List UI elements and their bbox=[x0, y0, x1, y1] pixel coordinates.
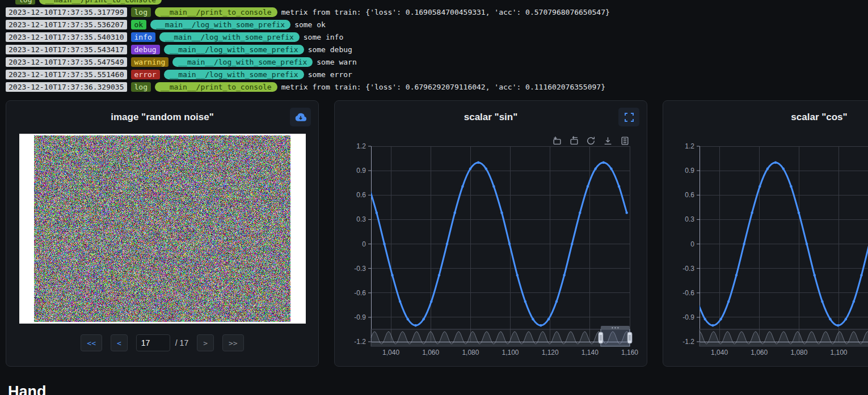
fullscreen-icon bbox=[624, 112, 634, 122]
data-view-icon[interactable] bbox=[620, 136, 630, 146]
log-level-badge: log bbox=[131, 7, 151, 17]
data-zoom-icon[interactable] bbox=[552, 136, 562, 146]
fullscreen-button[interactable] bbox=[618, 108, 639, 126]
cos-card-header: scalar "cos" bbox=[663, 101, 868, 134]
svg-text:-0.6: -0.6 bbox=[682, 289, 694, 297]
log-row-clipped: log __main__/print_to_console bbox=[6, 0, 868, 5]
log-timestamp: 2023-12-10T17:37:35.551460 bbox=[6, 70, 127, 79]
log-console: log __main__/print_to_console 2023-12-10… bbox=[0, 0, 868, 92]
svg-text:1,100: 1,100 bbox=[502, 349, 519, 356]
log-level-badge: warning bbox=[131, 57, 169, 67]
svg-text:0: 0 bbox=[362, 240, 366, 248]
svg-text:1,100: 1,100 bbox=[830, 349, 847, 356]
log-module-pill: __main__/print_to_console bbox=[39, 0, 162, 5]
log-module-pill: __main__/print_to_console bbox=[155, 7, 277, 17]
svg-text:0.3: 0.3 bbox=[685, 215, 694, 223]
svg-text:1,040: 1,040 bbox=[711, 349, 728, 356]
cos-chart-canvas[interactable]: 1.20.90.60.30-0.3-0.6-0.9-1.21,0401,0601… bbox=[669, 137, 868, 359]
cloud-download-icon bbox=[294, 112, 307, 122]
log-message: some warn bbox=[317, 58, 356, 66]
image-card-title: image "random noise" bbox=[111, 112, 213, 123]
log-row: 2023-12-10T17:37:35.551460 error __main_… bbox=[6, 70, 868, 79]
log-row: 2023-12-10T17:37:35.543417 debug __main_… bbox=[6, 45, 868, 54]
svg-text:1,080: 1,080 bbox=[462, 349, 479, 356]
svg-text:1,140: 1,140 bbox=[582, 349, 599, 356]
svg-text:1.2: 1.2 bbox=[356, 142, 366, 150]
log-row: 2023-12-10T17:37:35.547549 warning __mai… bbox=[6, 57, 868, 67]
svg-text:1,120: 1,120 bbox=[542, 349, 559, 356]
svg-text:-0.6: -0.6 bbox=[354, 289, 366, 297]
log-message: some ok bbox=[294, 20, 326, 29]
next-page-button[interactable]: > bbox=[197, 334, 214, 351]
svg-text:-1.2: -1.2 bbox=[354, 338, 366, 346]
log-timestamp: 2023-12-10T17:37:36.329035 bbox=[6, 82, 127, 92]
log-module-pill: __main__/log_with_some_prefix bbox=[150, 20, 290, 29]
svg-text:1,040: 1,040 bbox=[382, 349, 399, 356]
log-timestamp: 2023-12-10T17:37:35.543417 bbox=[6, 45, 127, 54]
section-heading: Hand bbox=[8, 383, 47, 395]
page-total-label: / 17 bbox=[175, 338, 188, 347]
svg-text:0: 0 bbox=[690, 240, 694, 248]
restore-icon[interactable] bbox=[586, 136, 596, 146]
image-card-header: image "random noise" bbox=[6, 101, 318, 134]
log-row: 2023-12-10T17:37:35.540310 info __main__… bbox=[6, 32, 868, 42]
svg-text:0.3: 0.3 bbox=[356, 215, 366, 223]
log-level-badge: info bbox=[131, 32, 155, 42]
prev-page-button[interactable]: < bbox=[111, 334, 128, 351]
svg-text:1,080: 1,080 bbox=[790, 349, 807, 356]
svg-text:1,160: 1,160 bbox=[621, 349, 638, 356]
image-pager: << < / 17 > >> bbox=[6, 334, 318, 351]
zoom-reset-icon[interactable] bbox=[569, 136, 579, 146]
save-image-icon[interactable] bbox=[603, 136, 613, 146]
log-module-pill: __main__/log_with_some_prefix bbox=[172, 57, 313, 67]
log-message: some debug bbox=[308, 45, 352, 54]
log-level-badge: debug bbox=[131, 45, 160, 54]
svg-text:0.9: 0.9 bbox=[356, 167, 366, 175]
cards-row: image "random noise" << < / 17 > >> scal… bbox=[0, 95, 868, 367]
log-level-badge: error bbox=[131, 70, 160, 79]
log-module-pill: __main__/log_with_some_prefix bbox=[159, 32, 300, 42]
svg-text:-0.9: -0.9 bbox=[682, 313, 694, 321]
log-row: 2023-12-10T17:37:35.536207 ok __main__/l… bbox=[6, 20, 868, 29]
log-level-badge: ok bbox=[131, 20, 147, 29]
svg-text:1,060: 1,060 bbox=[422, 349, 439, 356]
svg-text:1,060: 1,060 bbox=[751, 349, 768, 356]
log-message: some info bbox=[304, 33, 343, 41]
cos-chart-card: scalar "cos" 1.20.90.60.30-0.3-0.6-0.9-1… bbox=[663, 100, 868, 367]
log-module-pill: __main__/log_with_some_prefix bbox=[164, 70, 304, 79]
cos-card-title: scalar "cos" bbox=[791, 112, 847, 123]
log-message: some error bbox=[308, 70, 352, 79]
svg-text:-0.3: -0.3 bbox=[354, 265, 366, 273]
svg-text:-1.2: -1.2 bbox=[682, 338, 694, 346]
sin-chart-canvas[interactable]: 1.20.90.60.30-0.3-0.6-0.9-1.21,0401,0601… bbox=[340, 137, 635, 359]
log-level-badge: log bbox=[131, 82, 151, 92]
sin-card-header: scalar "sin" bbox=[335, 101, 647, 134]
image-frame bbox=[19, 134, 306, 324]
sin-chart-card: scalar "sin" 1.20.90.60.30-0.3-0.6-0.9-1… bbox=[334, 100, 647, 367]
svg-text:0.6: 0.6 bbox=[356, 191, 366, 199]
page-number-input[interactable] bbox=[136, 334, 170, 351]
log-row: 2023-12-10T17:37:35.317799 log __main__/… bbox=[6, 7, 868, 17]
svg-text:0.6: 0.6 bbox=[685, 191, 694, 199]
log-timestamp: 2023-12-10T17:37:35.536207 bbox=[6, 20, 127, 29]
log-timestamp: 2023-12-10T17:37:35.540310 bbox=[6, 32, 127, 42]
log-module-pill: __main__/log_with_some_prefix bbox=[164, 45, 304, 54]
svg-text:0.9: 0.9 bbox=[685, 167, 694, 175]
image-card: image "random noise" << < / 17 > >> bbox=[6, 100, 319, 367]
log-timestamp: 2023-12-10T17:37:35.317799 bbox=[6, 7, 127, 17]
last-page-button[interactable]: >> bbox=[222, 334, 244, 351]
log-row: 2023-12-10T17:37:36.329035 log __main__/… bbox=[6, 82, 868, 92]
log-message: metrix from train: {'loss': 0.6796292079… bbox=[281, 83, 605, 91]
svg-text:-0.9: -0.9 bbox=[354, 313, 366, 321]
random-noise-image bbox=[34, 135, 290, 322]
chart-toolbox bbox=[552, 136, 630, 146]
svg-text:1.2: 1.2 bbox=[685, 142, 694, 150]
log-level-badge: log bbox=[15, 0, 35, 5]
first-page-button[interactable]: << bbox=[81, 334, 102, 351]
log-message: metrix from train: {'loss': 0.1690584700… bbox=[281, 8, 610, 16]
log-timestamp: 2023-12-10T17:37:35.547549 bbox=[6, 57, 127, 67]
svg-text:-0.3: -0.3 bbox=[682, 265, 694, 273]
download-image-button[interactable] bbox=[290, 108, 311, 126]
log-module-pill: __main__/print_to_console bbox=[155, 82, 277, 92]
sin-card-title: scalar "sin" bbox=[464, 112, 518, 123]
